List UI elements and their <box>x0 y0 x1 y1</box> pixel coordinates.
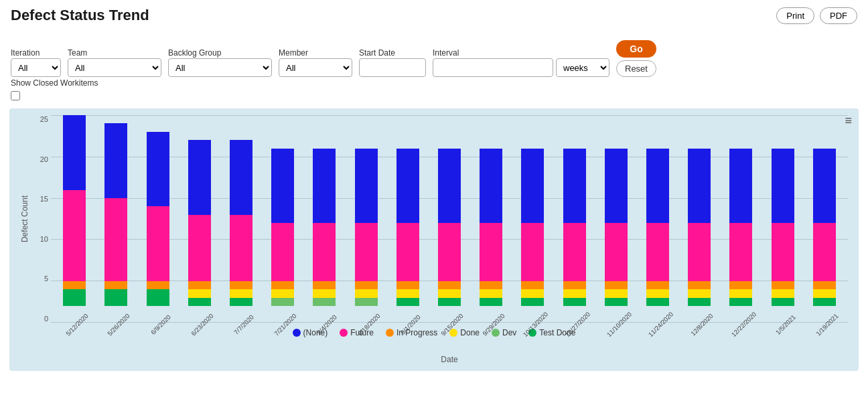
bar-segment-none <box>563 149 586 224</box>
team-filter: Team All <box>68 48 161 77</box>
bar-segment-testdone <box>480 298 502 306</box>
member-select[interactable]: All <box>279 58 352 77</box>
bar-segment-testdone <box>188 298 211 306</box>
bar-group <box>267 149 298 307</box>
y-axis-label: Defect Count <box>20 195 29 242</box>
bar-segment-inprogress <box>396 281 419 289</box>
weeks-select[interactable]: weeks days months <box>556 58 609 77</box>
bar-segment-inprogress <box>147 281 169 289</box>
backlog-filter: Backlog Group All <box>168 48 272 77</box>
bar-segment-future <box>147 206 169 281</box>
show-closed-checkbox[interactable] <box>11 91 20 100</box>
bar-segment-inprogress <box>188 281 211 289</box>
bar-group <box>601 149 632 307</box>
bar-segment-testdone <box>104 289 127 306</box>
page-header: Defect Status Trend Print PDF <box>0 0 868 28</box>
interval-input[interactable]: 2 <box>433 58 553 77</box>
bar-segment-future <box>563 223 586 281</box>
bar-segment-inprogress <box>230 281 252 289</box>
reset-button[interactable]: Reset <box>616 60 656 77</box>
bars-container <box>51 115 848 306</box>
backlog-select[interactable]: All <box>168 58 272 77</box>
bar-segment-future <box>480 223 502 281</box>
bar-segment-none <box>438 149 461 224</box>
bar-segment-done <box>480 289 502 297</box>
bar-segment-inprogress <box>729 281 752 289</box>
y-axis: 0 5 10 15 20 25 <box>32 115 51 323</box>
bar-segment-done <box>230 289 252 297</box>
bar-segment-none <box>480 149 502 224</box>
bar-segment-future <box>605 223 628 281</box>
bar-segment-inprogress <box>813 281 836 289</box>
bar-group <box>392 149 423 307</box>
x-axis-title: Date <box>51 355 848 364</box>
bar-group <box>351 149 382 307</box>
bar-segment-inprogress <box>104 281 127 289</box>
bar-segment-none <box>271 149 294 224</box>
bar-segment-done <box>646 289 669 297</box>
bar-segment-none <box>729 149 752 224</box>
legend-color <box>293 329 301 337</box>
bar-segment-future <box>688 223 711 281</box>
print-button[interactable]: Print <box>776 7 814 24</box>
show-closed-label: Show Closed Workitems <box>11 78 857 88</box>
bar-segment-dev <box>271 298 294 306</box>
bar-segment-none <box>646 149 669 224</box>
bar-segment-testdone <box>63 289 86 306</box>
bar-segment-future <box>396 223 419 281</box>
bar-segment-none <box>521 149 544 224</box>
bar-group <box>768 149 798 307</box>
bar-segment-done <box>271 289 294 297</box>
bar-segment-inprogress <box>271 281 294 289</box>
chart-area: ≡ Defect Count 0 5 10 15 20 25 5/12/2020… <box>9 108 859 371</box>
bar-segment-none <box>188 140 211 215</box>
bar-segment-done <box>188 289 211 297</box>
bar-segment-none <box>147 132 169 207</box>
bar-segment-testdone <box>563 298 586 306</box>
bar-segment-none <box>605 149 628 224</box>
bar-group <box>642 149 673 307</box>
bar-group <box>309 149 340 307</box>
bar-segment-testdone <box>521 298 544 306</box>
backlog-label: Backlog Group <box>168 48 272 58</box>
bar-segment-inprogress <box>521 281 544 289</box>
bar-segment-done <box>355 289 378 297</box>
start-date-label: Start Date <box>359 48 426 58</box>
bar-segment-dev <box>313 298 336 306</box>
bar-segment-inprogress <box>563 281 586 289</box>
bar-segment-future <box>230 215 252 281</box>
bar-group <box>517 149 548 307</box>
chart-inner: Defect Count 0 5 10 15 20 25 5/12/20205/… <box>20 115 848 323</box>
start-date-input[interactable]: 05/12/2020 <box>359 58 426 77</box>
team-label: Team <box>68 48 161 58</box>
bar-group <box>184 140 215 306</box>
bar-segment-inprogress <box>355 281 378 289</box>
bar-segment-none <box>63 115 86 190</box>
team-select[interactable]: All <box>68 58 161 77</box>
bar-group <box>809 149 840 307</box>
bar-segment-done <box>729 289 752 297</box>
bar-segment-inprogress <box>63 281 86 289</box>
pdf-button[interactable]: PDF <box>820 7 857 24</box>
bar-group <box>226 140 257 306</box>
bar-segment-future <box>313 223 336 281</box>
bar-segment-inprogress <box>313 281 336 289</box>
bar-segment-testdone <box>813 298 836 306</box>
interval-label: Interval <box>433 48 609 58</box>
bar-segment-future <box>438 223 461 281</box>
member-label: Member <box>279 48 352 58</box>
y-tick-25: 25 <box>40 115 51 123</box>
bar-segment-dev <box>355 298 378 306</box>
bar-segment-future <box>271 223 294 281</box>
bar-segment-none <box>688 149 711 224</box>
bar-group <box>559 149 590 307</box>
bar-group <box>143 132 173 306</box>
bar-segment-done <box>772 289 794 297</box>
go-button[interactable]: Go <box>616 40 656 58</box>
iteration-select[interactable]: All <box>11 58 61 77</box>
bar-segment-none <box>313 149 336 224</box>
bar-segment-testdone <box>396 298 419 306</box>
bar-segment-future <box>729 223 752 281</box>
bar-segment-inprogress <box>688 281 711 289</box>
page-title: Defect Status Trend <box>11 7 149 24</box>
